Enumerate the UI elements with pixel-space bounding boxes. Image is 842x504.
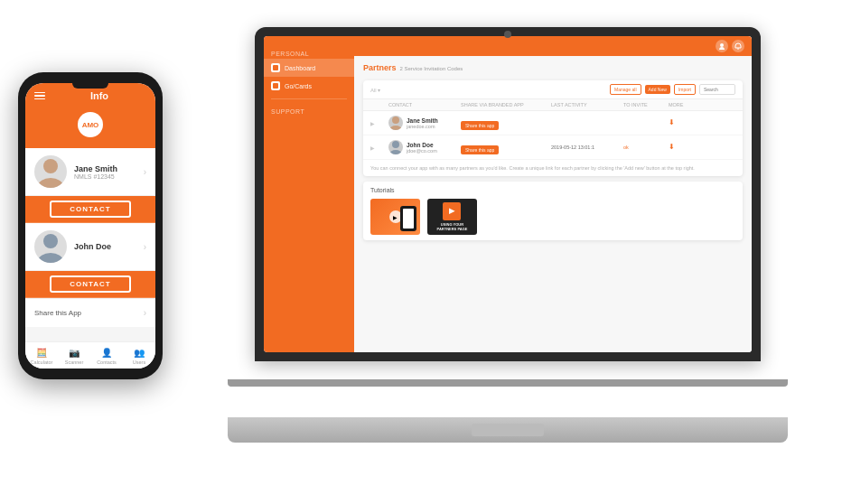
phone-contact-info-2: John Doe <box>74 242 136 251</box>
phone-logo-area: AMO <box>25 107 155 148</box>
table-toolbar: All ▾ Manage all Add New Import <box>363 80 743 99</box>
row-expand-1[interactable]: ▶ <box>370 120 388 126</box>
phone-contact-btn-2[interactable]: CONTACT <box>50 275 131 293</box>
sidebar-item-gocards[interactable]: Go/Cards <box>264 77 354 95</box>
phone-nav-contacts[interactable]: 👤 Contacts <box>90 346 123 365</box>
tutorial-thumb-1[interactable]: ▶ <box>370 199 420 235</box>
phone-body: Info AMO Jane Smith <box>18 72 163 379</box>
phone-bottom-nav: 🧮 Calculator 📷 Scanner 👤 Contacts 👥 User… <box>25 341 155 369</box>
contact-email-1: janedoe.com <box>407 124 438 129</box>
phone-nav-label-users: Users <box>133 359 145 365</box>
tutorials-section: Tutorials ▶ <box>363 182 743 240</box>
svg-rect-0 <box>273 65 278 70</box>
contact-name-1: Jane Smith <box>407 117 438 124</box>
phone-chevron-1[interactable]: › <box>144 167 146 177</box>
laptop-content: Partners 2 Service Invitation Codes All … <box>354 56 752 352</box>
phone-avatar-1 <box>34 155 67 188</box>
phone-nav-label-calculator: Calculator <box>31 359 53 365</box>
tutorials-row: ▶ ▶ <box>370 199 735 235</box>
sidebar-divider <box>271 98 347 99</box>
page-title: Partners <box>363 63 397 72</box>
svg-point-7 <box>43 159 58 173</box>
phone: Info AMO Jane Smith <box>18 72 199 452</box>
svg-point-9 <box>43 234 58 248</box>
phone-chevron-2[interactable]: › <box>144 242 146 252</box>
phone-nav-label-contacts: Contacts <box>97 359 117 365</box>
laptop-topbar <box>354 36 752 56</box>
users-icon: 👥 <box>133 346 145 359</box>
partners-table: All ▾ Manage all Add New Import Contact <box>363 80 743 176</box>
phone-contact-btn-row-2: CONTACT <box>25 271 155 298</box>
dashboard-icon <box>271 63 280 72</box>
phone-contact-btn-row-1: CONTACT <box>25 196 155 223</box>
laptop-screen-outer: Personal Dashboard Go/Cards S <box>255 27 761 361</box>
svg-point-5 <box>392 141 399 148</box>
table-col-headers: Contact Share via branded app Last Activ… <box>363 99 743 111</box>
avatar-2 <box>388 140 403 154</box>
svg-point-4 <box>389 126 402 130</box>
row-expand-2[interactable]: ▶ <box>370 145 388 151</box>
svg-point-6 <box>389 150 402 154</box>
filter-all[interactable]: All ▾ <box>370 88 380 93</box>
phone-logo: AMO <box>78 112 103 137</box>
phone-share-text: Share this App <box>34 309 138 317</box>
tutorial-thumb-2[interactable]: ▶ USING YOURPARTNERS PAGE <box>427 199 477 235</box>
phone-nav-label-scanner: Scanner <box>65 359 84 365</box>
manage-all-button[interactable]: Manage all <box>610 84 641 95</box>
phone-avatar-2 <box>34 230 67 263</box>
laptop-sidebar: Personal Dashboard Go/Cards S <box>264 36 354 352</box>
laptop-hinge <box>228 379 788 387</box>
col-header-invite: To Invite <box>623 102 669 107</box>
table-row: ▶ Jane Smith janedoe.com <box>363 111 743 135</box>
col-header-contact: Contact <box>388 102 461 107</box>
share-btn-2[interactable]: Share this app <box>461 145 499 154</box>
invite-status-2: ok <box>623 145 669 150</box>
phone-contact-info-1: Jane Smith NMLS #12345 <box>74 164 136 180</box>
avatar-1 <box>388 116 403 130</box>
svg-point-3 <box>392 117 399 124</box>
sidebar-section-personal: Personal <box>264 45 354 59</box>
search-input[interactable] <box>699 84 735 95</box>
phone-share-row: Share this App › <box>25 298 155 327</box>
import-button[interactable]: Import <box>674 84 696 95</box>
phone-title: Info <box>52 90 146 101</box>
hamburger-line-2 <box>34 95 45 97</box>
phone-contact-row-2: John Doe › <box>25 223 155 271</box>
contact-email-2: jdoe@co.com <box>407 148 437 154</box>
phone-logo-text: AMO <box>82 121 99 129</box>
col-header-more: More <box>669 102 687 107</box>
phone-nav-scanner[interactable]: 📷 Scanner <box>58 346 90 365</box>
contacts-icon: 👤 <box>100 346 113 359</box>
laptop-base <box>228 417 788 443</box>
phone-contact-sub-1: NMLS #12345 <box>74 173 136 180</box>
invite-description: You can connect your app with as many pa… <box>363 160 743 176</box>
col-header-share: Share via branded app <box>461 102 551 107</box>
phone-share-chevron[interactable]: › <box>144 308 146 318</box>
scanner-icon: 📷 <box>68 346 80 359</box>
col-header-activity: Last Activity <box>551 102 623 107</box>
sidebar-section-support: Support <box>264 103 354 117</box>
topbar-user-icon[interactable] <box>716 40 728 52</box>
phone-contact-btn-1[interactable]: CONTACT <box>50 201 131 218</box>
download-icon-2[interactable]: ⬇ <box>669 143 678 152</box>
col-header-expand <box>370 102 388 107</box>
topbar-bell-icon[interactable] <box>732 40 744 52</box>
phone-contact-name-2: John Doe <box>74 242 136 251</box>
svg-point-8 <box>38 178 63 188</box>
hamburger-line-1 <box>34 92 45 94</box>
share-btn-1[interactable]: Share this app <box>461 121 499 130</box>
phone-screen: Info AMO Jane Smith <box>25 83 155 369</box>
sidebar-item-dashboard[interactable]: Dashboard <box>264 59 354 77</box>
phone-nav-users[interactable]: 👥 Users <box>123 346 155 365</box>
phone-notch <box>72 81 108 89</box>
hamburger-icon[interactable] <box>34 92 45 100</box>
phone-nav-calculator[interactable]: 🧮 Calculator <box>25 346 58 365</box>
scene: Personal Dashboard Go/Cards S <box>0 0 842 504</box>
page-subtitle: 2 Service Invitation Codes <box>400 66 463 71</box>
add-new-button[interactable]: Add New <box>645 85 670 94</box>
laptop: Personal Dashboard Go/Cards S <box>228 27 788 443</box>
laptop-trackpad[interactable] <box>472 424 544 436</box>
phone-contact-row-1: Jane Smith NMLS #12345 › <box>25 148 155 196</box>
calculator-icon: 🧮 <box>35 346 48 359</box>
download-icon-1[interactable]: ⬇ <box>669 118 678 127</box>
